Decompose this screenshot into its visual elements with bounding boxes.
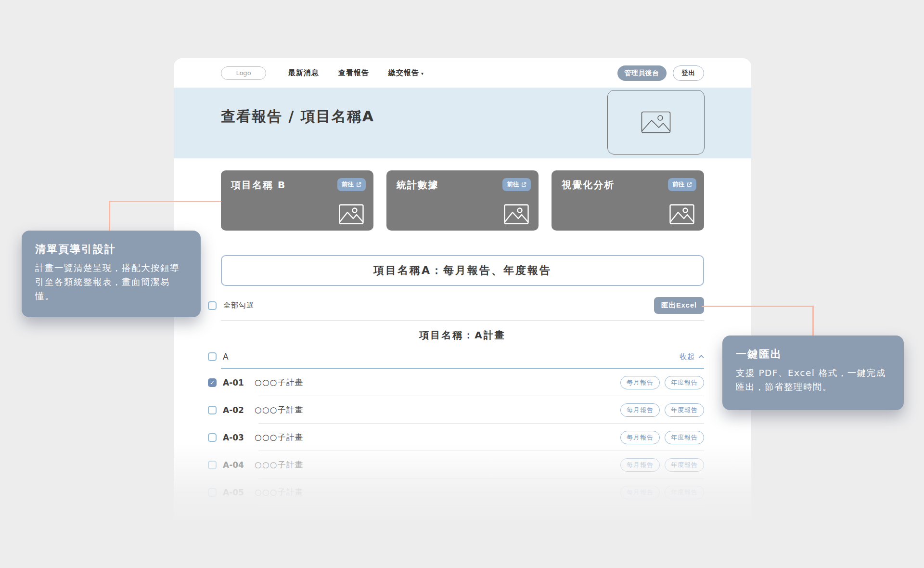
row-id: A-01: [223, 378, 255, 387]
logo: Logo: [221, 66, 266, 80]
callout-body: 計畫一覽清楚呈現，搭配大按鈕導引至各類統整報表，畫面簡潔易懂。: [35, 261, 187, 303]
card-project-b[interactable]: 項目名稱 B 前往: [221, 170, 373, 231]
monthly-report-button[interactable]: 每月報告: [620, 376, 660, 389]
row-name: ○○○子計畫: [255, 405, 304, 415]
right-callout-connector-horizontal: [702, 306, 814, 307]
logout-button[interactable]: 登出: [673, 65, 704, 81]
row-id: A-03: [223, 433, 255, 442]
row-actions: 每月報告 年度報告: [620, 458, 704, 472]
admin-backend-button[interactable]: 管理員後台: [617, 65, 667, 81]
navbar: Logo 最新消息 查看報告 繳交報告▾ 管理員後台 登出: [174, 58, 751, 88]
goto-label: 前往: [672, 181, 684, 189]
list-toolbar: 全部勾選 匯出Excel: [221, 297, 704, 314]
hero-banner: 查看報告 / 項目名稱A: [174, 88, 751, 158]
nav-item-view-reports[interactable]: 查看報告: [338, 68, 369, 77]
nav-item-submit-reports-label: 繳交報告: [388, 68, 419, 77]
goto-visual-analysis-button[interactable]: 前往: [668, 178, 696, 191]
image-icon: [669, 204, 694, 224]
goto-label: 前往: [342, 181, 354, 189]
table-row: A-03 ○○○子計畫 每月報告 年度報告: [221, 424, 704, 451]
select-all-label: 全部勾選: [223, 301, 254, 310]
report-title-banner: 項目名稱A：每月報告、年度報告: [221, 255, 704, 286]
monthly-report-button[interactable]: 每月報告: [620, 486, 660, 499]
table-row: A-04 ○○○子計畫 每月報告 年度報告: [221, 451, 704, 478]
goto-project-b-button[interactable]: 前往: [337, 178, 366, 191]
collapse-label: 收起: [680, 352, 695, 361]
annual-report-button[interactable]: 年度報告: [665, 431, 704, 444]
callout-body: 支援 PDF、Excel 格式，一鍵完成匯出，節省整理時間。: [736, 366, 890, 394]
row-name: ○○○子計畫: [255, 377, 304, 388]
nav-actions: 管理員後台 登出: [617, 65, 705, 81]
chevron-up-icon: [698, 355, 704, 359]
group-header-a: A 收起: [221, 352, 704, 369]
monthly-report-button[interactable]: 每月報告: [620, 458, 660, 472]
row-id: A-02: [223, 405, 255, 415]
annual-report-button[interactable]: 年度報告: [665, 458, 704, 472]
collapse-toggle[interactable]: 收起: [680, 352, 704, 361]
row-id: A-04: [223, 460, 255, 470]
row-actions: 每月報告 年度報告: [620, 431, 704, 444]
export-excel-button[interactable]: 匯出Excel: [654, 297, 704, 314]
card-visual-analysis[interactable]: 視覺化分析 前往: [552, 170, 704, 231]
row-name: ○○○子計畫: [255, 487, 304, 498]
section-title: 項目名稱：A計畫: [221, 329, 704, 342]
table-row: A-05 ○○○子計畫 每月報告 年度報告: [221, 478, 704, 506]
main-content: 項目名稱 B 前往 統計數據 前往: [174, 170, 751, 506]
callout-list-design: 清單頁導引設計 計畫一覽清楚呈現，搭配大按鈕導引至各類統整報表，畫面簡潔易懂。: [22, 231, 201, 317]
row-checkbox[interactable]: [208, 433, 217, 442]
row-checkbox[interactable]: [208, 488, 217, 497]
callout-title: 一鍵匯出: [736, 347, 890, 361]
external-link-icon: [356, 182, 361, 187]
row-name: ○○○子計畫: [255, 460, 304, 470]
goto-label: 前往: [507, 181, 519, 189]
left-callout-connector-vertical: [109, 201, 110, 232]
hero-image-placeholder: [607, 90, 705, 155]
group-label: A: [223, 352, 229, 361]
row-name: ○○○子計畫: [255, 432, 304, 443]
shortcut-cards: 項目名稱 B 前往 統計數據 前往: [221, 170, 704, 231]
annual-report-button[interactable]: 年度報告: [665, 486, 704, 499]
left-callout-connector-horizontal: [109, 201, 221, 202]
group-checkbox[interactable]: [208, 352, 217, 361]
design-canvas: Logo 最新消息 查看報告 繳交報告▾ 管理員後台 登出 查看報告 / 項目名…: [0, 0, 924, 568]
row-actions: 每月報告 年度報告: [620, 403, 704, 417]
row-checkbox[interactable]: [208, 461, 217, 469]
table-row: A-02 ○○○子計畫 每月報告 年度報告: [221, 396, 704, 424]
row-actions: 每月報告 年度報告: [620, 376, 704, 389]
nav-item-submit-reports[interactable]: 繳交報告▾: [388, 68, 424, 77]
external-link-icon: [521, 182, 526, 187]
image-icon: [641, 111, 671, 133]
annual-report-button[interactable]: 年度報告: [665, 403, 704, 417]
callout-title: 清單頁導引設計: [35, 242, 187, 257]
chevron-down-icon: ▾: [421, 71, 424, 76]
app-window: Logo 最新消息 查看報告 繳交報告▾ 管理員後台 登出 查看報告 / 項目名…: [174, 58, 751, 528]
annual-report-button[interactable]: 年度報告: [665, 376, 704, 389]
goto-statistics-button[interactable]: 前往: [502, 178, 531, 191]
row-checkbox[interactable]: ✓: [208, 378, 217, 387]
row-actions: 每月報告 年度報告: [620, 486, 704, 499]
monthly-report-button[interactable]: 每月報告: [620, 403, 660, 417]
callout-one-click-export: 一鍵匯出 支援 PDF、Excel 格式，一鍵完成匯出，節省整理時間。: [722, 336, 904, 410]
row-checkbox[interactable]: [208, 406, 217, 414]
nav-item-news[interactable]: 最新消息: [288, 68, 319, 77]
row-id: A-05: [223, 488, 255, 497]
card-statistics[interactable]: 統計數據 前往: [386, 170, 539, 231]
check-icon: ✓: [210, 379, 215, 386]
toolbar-divider: [221, 320, 704, 321]
nav-links: 最新消息 查看報告 繳交報告▾: [288, 68, 424, 77]
external-link-icon: [687, 182, 692, 187]
table-row: ✓ A-01 ○○○子計畫 每月報告 年度報告: [221, 369, 704, 396]
monthly-report-button[interactable]: 每月報告: [620, 431, 660, 444]
image-icon: [339, 204, 364, 224]
right-callout-connector-vertical: [812, 306, 814, 336]
select-all-checkbox[interactable]: [208, 301, 217, 310]
image-icon: [504, 204, 529, 224]
